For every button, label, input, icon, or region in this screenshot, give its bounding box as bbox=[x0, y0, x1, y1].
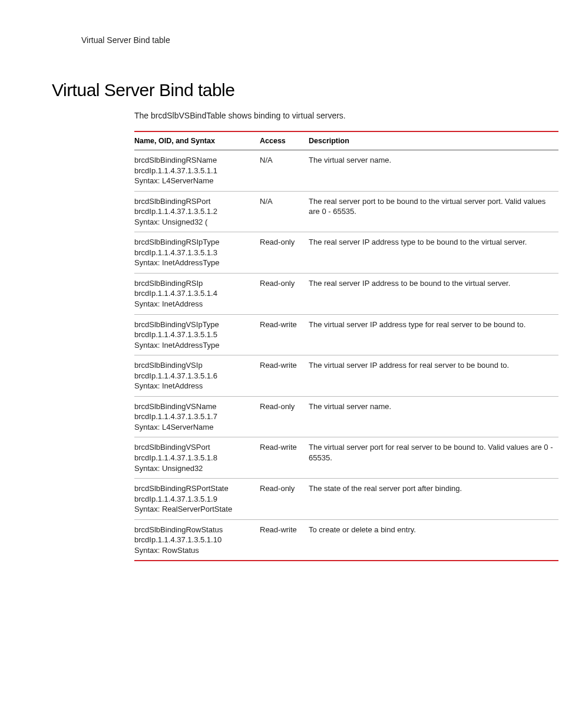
cell-name: brcdSlbBindingRSIpbrcdIp.1.1.4.37.1.3.5.… bbox=[134, 273, 260, 314]
cell-description: The real server IP address type to be bo… bbox=[309, 232, 558, 274]
table-row: brcdSlbBindingRSNamebrcdIp.1.1.4.37.1.3.… bbox=[134, 150, 558, 192]
mib-name: brcdSlbBindingRSIp bbox=[134, 278, 255, 289]
cell-description: The virtual server name. bbox=[309, 150, 558, 192]
mib-syntax: Syntax: InetAddress bbox=[134, 381, 255, 391]
cell-description: The real server IP address to be bound t… bbox=[309, 273, 558, 314]
table-row: brcdSlbBindingVSIpType brcdIp.1.1.4.37.1… bbox=[134, 314, 558, 355]
mib-syntax: Syntax: L4ServerName bbox=[134, 176, 255, 186]
mib-oid: brcdIp.1.1.4.37.1.3.5.1.8 bbox=[134, 453, 255, 463]
cell-name: brcdSlbBindingRSNamebrcdIp.1.1.4.37.1.3.… bbox=[134, 150, 260, 192]
page-title: Virtual Server Bind table bbox=[52, 80, 510, 100]
col-header-name: Name, OID, and Syntax bbox=[134, 131, 260, 150]
intro-text: The brcdSlbVSBindTable shows binding to … bbox=[134, 111, 510, 120]
cell-description: The virtual server name. bbox=[309, 396, 558, 437]
mib-syntax: Syntax: Unsigned32 ( bbox=[134, 217, 255, 228]
mib-syntax: Syntax: RealServerPortState bbox=[134, 504, 255, 515]
cell-name: brcdSlbBindingRSPortbrcdIp.1.1.4.37.1.3.… bbox=[134, 191, 260, 232]
mib-name: brcdSlbBindingVSIpType bbox=[134, 319, 255, 330]
running-header: Virtual Server Bind table bbox=[81, 35, 510, 45]
table-row: brcdSlbBindingRowStatusbrcdIp.1.1.4.37.1… bbox=[134, 519, 558, 561]
mib-name: brcdSlbBindingRSPortState bbox=[134, 483, 255, 494]
col-header-description: Description bbox=[309, 131, 558, 150]
cell-access: N/A bbox=[260, 191, 309, 232]
mib-oid: brcdIp.1.1.4.37.1.3.5.1.7 bbox=[134, 411, 255, 422]
cell-access: Read-write bbox=[260, 437, 309, 479]
cell-access: Read-only bbox=[260, 396, 309, 437]
table-row: brcdSlbBindingVSNamebrcdIp.1.1.4.37.1.3.… bbox=[134, 396, 558, 437]
cell-access: Read-only bbox=[260, 479, 309, 520]
cell-access: N/A bbox=[260, 150, 309, 192]
cell-description: The state of the real server port after … bbox=[309, 479, 558, 520]
mib-syntax: Syntax: InetAddressType bbox=[134, 340, 255, 351]
table-body: brcdSlbBindingRSNamebrcdIp.1.1.4.37.1.3.… bbox=[134, 150, 558, 561]
mib-syntax: Syntax: RowStatus bbox=[134, 545, 255, 556]
cell-description: The virtual server IP address type for r… bbox=[309, 314, 558, 355]
cell-name: brcdSlbBindingVSIpType brcdIp.1.1.4.37.1… bbox=[134, 314, 260, 355]
cell-name: brcdSlbBindingRowStatusbrcdIp.1.1.4.37.1… bbox=[134, 519, 260, 561]
cell-description: To create or delete a bind entry. bbox=[309, 519, 558, 561]
mib-name: brcdSlbBindingVSPort bbox=[134, 442, 255, 453]
table-row: brcdSlbBindingRSPortbrcdIp.1.1.4.37.1.3.… bbox=[134, 191, 558, 232]
mib-oid: brcdIp.1.1.4.37.1.3.5.1.2 bbox=[134, 206, 255, 217]
table-row: brcdSlbBindingRSPortState brcdIp.1.1.4.3… bbox=[134, 479, 558, 520]
mib-oid: brcdIp.1.1.4.37.1.3.5.1.4 bbox=[134, 288, 255, 299]
mib-name: brcdSlbBindingRowStatus bbox=[134, 525, 255, 535]
cell-description: The virtual server port for real server … bbox=[309, 437, 558, 479]
mib-name: brcdSlbBindingVSName bbox=[134, 401, 255, 412]
table-row: brcdSlbBindingRSIpbrcdIp.1.1.4.37.1.3.5.… bbox=[134, 273, 558, 314]
cell-description: The real server port to be bound to the … bbox=[309, 191, 558, 232]
mib-oid: brcdIp.1.1.4.37.1.3.5.1.10 bbox=[134, 535, 255, 545]
cell-name: brcdSlbBindingVSNamebrcdIp.1.1.4.37.1.3.… bbox=[134, 396, 260, 437]
mib-oid: brcdIp.1.1.4.37.1.3.5.1.1 bbox=[134, 166, 255, 176]
cell-name: brcdSlbBindingVSPort brcdIp.1.1.4.37.1.3… bbox=[134, 437, 260, 479]
mib-syntax: Syntax: InetAddress bbox=[134, 299, 255, 309]
cell-access: Read-only bbox=[260, 232, 309, 274]
table-row: brcdSlbBindingVSIp brcdIp.1.1.4.37.1.3.5… bbox=[134, 355, 558, 397]
mib-oid: brcdIp.1.1.4.37.1.3.5.1.3 bbox=[134, 248, 255, 258]
mib-oid: brcdIp.1.1.4.37.1.3.5.1.6 bbox=[134, 371, 255, 381]
table-row: brcdSlbBindingRSIpTypebrcdIp.1.1.4.37.1.… bbox=[134, 232, 558, 274]
col-header-access: Access bbox=[260, 131, 309, 150]
mib-syntax: Syntax: L4ServerName bbox=[134, 422, 255, 433]
mib-syntax: Syntax: InetAddressType bbox=[134, 258, 255, 268]
mib-table: Name, OID, and Syntax Access Description… bbox=[134, 131, 558, 561]
cell-access: Read-only bbox=[260, 273, 309, 314]
table-header-row: Name, OID, and Syntax Access Description bbox=[134, 131, 558, 150]
mib-oid: brcdIp.1.1.4.37.1.3.5.1.5 bbox=[134, 330, 255, 340]
cell-name: brcdSlbBindingRSIpTypebrcdIp.1.1.4.37.1.… bbox=[134, 232, 260, 274]
cell-access: Read-write bbox=[260, 355, 309, 397]
mib-syntax: Syntax: Unsigned32 bbox=[134, 463, 255, 474]
table-row: brcdSlbBindingVSPort brcdIp.1.1.4.37.1.3… bbox=[134, 437, 558, 479]
mib-oid: brcdIp.1.1.4.37.1.3.5.1.9 bbox=[134, 494, 255, 505]
mib-name: brcdSlbBindingVSIp bbox=[134, 360, 255, 371]
mib-name: brcdSlbBindingRSName bbox=[134, 155, 255, 166]
mib-name: brcdSlbBindingRSPort bbox=[134, 196, 255, 207]
cell-access: Read-write bbox=[260, 519, 309, 561]
cell-name: brcdSlbBindingVSIp brcdIp.1.1.4.37.1.3.5… bbox=[134, 355, 260, 397]
cell-access: Read-write bbox=[260, 314, 309, 355]
cell-description: The virtual server IP address for real s… bbox=[309, 355, 558, 397]
page-content: Virtual Server Bind table Virtual Server… bbox=[0, 0, 562, 597]
mib-name: brcdSlbBindingRSIpType bbox=[134, 237, 255, 248]
cell-name: brcdSlbBindingRSPortState brcdIp.1.1.4.3… bbox=[134, 479, 260, 520]
